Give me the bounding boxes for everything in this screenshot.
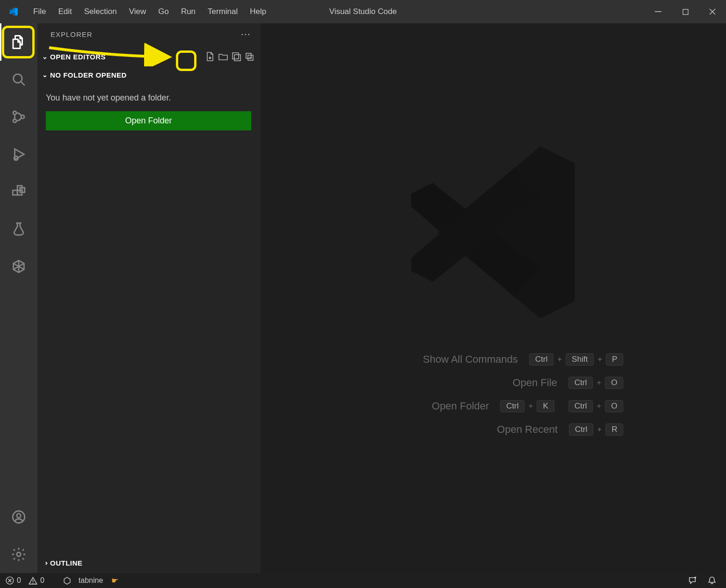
shortcut-open-folder: Open Folder Ctrl + K Ctrl + O: [363, 400, 623, 412]
section-no-folder[interactable]: ⌄ NO FOLDER OPENED: [37, 68, 260, 82]
shortcut-show-all-commands: Show All Commands Ctrl + Shift + P: [363, 353, 623, 366]
status-bar: 0 0 tabnine ☛: [0, 573, 726, 588]
menu-help[interactable]: Help: [244, 0, 272, 23]
activity-plugin[interactable]: [0, 248, 37, 285]
activity-explorer[interactable]: [0, 23, 37, 61]
key: Ctrl: [529, 353, 553, 366]
new-folder-icon[interactable]: [218, 51, 229, 62]
maximize-button[interactable]: [672, 0, 699, 23]
warning-icon[interactable]: [29, 576, 37, 585]
vscode-logo-icon: [0, 7, 27, 17]
svg-point-6: [21, 115, 24, 118]
shortcut-open-file: Open File Ctrl + O: [363, 377, 623, 389]
plus-icon: +: [529, 402, 533, 411]
more-actions-icon[interactable]: ···: [241, 30, 253, 38]
plus-icon: +: [597, 355, 602, 364]
plus-icon: +: [597, 378, 602, 387]
svg-point-14: [17, 552, 21, 557]
svg-point-2: [14, 74, 22, 83]
activity-accounts[interactable]: [0, 498, 37, 536]
plus-icon: +: [557, 355, 562, 364]
svg-line-3: [21, 82, 25, 86]
activity-testing[interactable]: [0, 210, 37, 248]
activity-source-control[interactable]: [0, 98, 37, 136]
vscode-watermark-icon: [385, 125, 601, 340]
title-bar: File Edit Selection View Go Run Terminal…: [0, 0, 726, 23]
no-folder-body: You have not yet opened a folder. Open F…: [37, 82, 260, 130]
editor-area: Show All Commands Ctrl + Shift + P Open …: [260, 23, 726, 573]
key: Ctrl: [569, 423, 593, 436]
error-icon[interactable]: [6, 576, 14, 585]
sidebar-header: EXPLORER ···: [37, 23, 260, 45]
key: O: [605, 400, 623, 412]
chevron-right-icon: ⌄: [41, 558, 49, 568]
key: Ctrl: [568, 400, 593, 412]
no-folder-label: NO FOLDER OPENED: [50, 71, 127, 79]
svg-point-13: [17, 514, 21, 518]
svg-rect-16: [234, 55, 240, 61]
shortcut-open-recent: Open Recent Ctrl + R: [363, 423, 623, 436]
tabnine-icon[interactable]: [63, 577, 71, 585]
open-folder-button[interactable]: Open Folder: [46, 111, 251, 130]
menu-file[interactable]: File: [27, 0, 52, 23]
key: P: [606, 353, 623, 366]
chevron-down-icon: ⌄: [40, 71, 50, 79]
svg-rect-8: [13, 190, 17, 195]
chevron-down-icon: ⌄: [40, 53, 50, 60]
close-button[interactable]: [699, 0, 726, 23]
activity-search[interactable]: [0, 61, 37, 98]
warning-count[interactable]: 0: [40, 576, 44, 585]
minimize-button[interactable]: [645, 0, 672, 23]
menu-edit[interactable]: Edit: [52, 0, 78, 23]
section-outline[interactable]: ⌄ OUTLINE: [37, 553, 260, 573]
svg-rect-15: [232, 53, 239, 59]
key: R: [605, 423, 623, 436]
pointer-hand-icon: ☛: [111, 576, 118, 586]
outline-label: OUTLINE: [50, 559, 82, 567]
key: Shift: [566, 353, 594, 366]
sidebar-explorer: EXPLORER ··· ⌄ OPEN EDITORS: [37, 23, 260, 573]
sidebar-title: EXPLORER: [51, 30, 241, 38]
collapse-all-icon[interactable]: [244, 51, 255, 62]
key: Ctrl: [500, 400, 524, 412]
plus-icon: +: [597, 402, 602, 411]
save-all-icon[interactable]: [231, 51, 242, 62]
bell-icon[interactable]: [707, 576, 717, 585]
no-folder-message: You have not yet opened a folder.: [46, 90, 251, 111]
new-file-icon[interactable]: [204, 51, 216, 62]
tabnine-label[interactable]: tabnine: [79, 576, 103, 585]
menu-terminal[interactable]: Terminal: [202, 0, 244, 23]
feedback-icon[interactable]: [688, 576, 697, 585]
svg-point-5: [13, 119, 16, 122]
menu-view[interactable]: View: [123, 0, 152, 23]
activity-bar: [0, 23, 37, 573]
section-open-editors[interactable]: ⌄ OPEN EDITORS: [37, 45, 260, 68]
open-editors-label: OPEN EDITORS: [50, 53, 106, 61]
main-menu: File Edit Selection View Go Run Terminal…: [27, 0, 272, 23]
svg-rect-0: [655, 11, 661, 12]
plus-icon: +: [597, 425, 602, 434]
key: K: [537, 400, 554, 412]
menu-selection[interactable]: Selection: [78, 0, 123, 23]
svg-point-21: [32, 582, 33, 583]
svg-rect-1: [683, 9, 688, 14]
activity-run-debug[interactable]: [0, 136, 37, 173]
welcome-shortcuts: Show All Commands Ctrl + Shift + P Open …: [363, 342, 623, 447]
key: Ctrl: [568, 377, 593, 389]
error-count[interactable]: 0: [17, 576, 21, 585]
menu-go[interactable]: Go: [152, 0, 175, 23]
menu-run[interactable]: Run: [175, 0, 202, 23]
key: O: [605, 377, 623, 389]
svg-point-22: [695, 577, 696, 579]
activity-settings[interactable]: [0, 536, 37, 573]
activity-extensions[interactable]: [0, 173, 37, 210]
svg-point-4: [13, 111, 16, 115]
